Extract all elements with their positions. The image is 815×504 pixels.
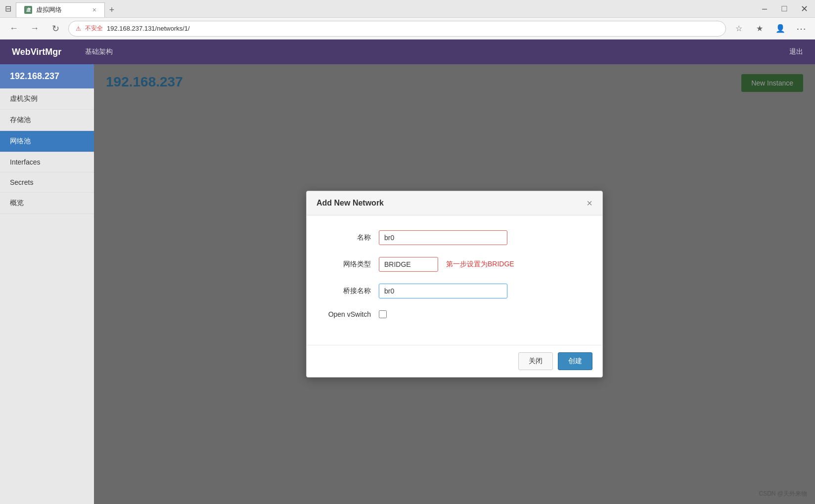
window-controls-left: ⊟	[4, 5, 12, 13]
sidebar: 192.168.237 虚机实例 存储池 网络池 Interfaces Secr…	[0, 64, 94, 504]
toolbar-right: ☆ ★ 👤 ⋯	[731, 21, 809, 37]
modal-close-button[interactable]: ×	[587, 198, 592, 208]
open-vswitch-checkbox-wrap	[379, 310, 387, 318]
browser-window: ⊟ 虚 虚拟网络 × + – □ ✕ ← → ↻ ⚠	[0, 0, 815, 504]
security-icon: ⚠	[76, 25, 81, 32]
new-tab-button[interactable]: +	[105, 3, 119, 17]
active-tab[interactable]: 虚 虚拟网络 ×	[16, 2, 105, 17]
close-modal-button[interactable]: 关闭	[518, 352, 553, 370]
close-button[interactable]: ✕	[797, 2, 811, 16]
account-button[interactable]: 👤	[772, 21, 788, 37]
bridge-name-input[interactable]	[379, 284, 507, 298]
network-type-label: 网络类型	[326, 260, 371, 269]
app-nav: 基础架构	[81, 45, 117, 58]
sidebar-item-secrets[interactable]: Secrets	[0, 172, 94, 193]
sidebar-item-overview[interactable]: 概览	[0, 193, 94, 214]
collections-button[interactable]: ★	[752, 21, 768, 37]
sidebar-item-network-pool[interactable]: 网络池	[0, 131, 94, 152]
header-right: 退出	[789, 47, 803, 56]
app-layout: WebVirtMgr 基础架构 退出 192.168.237 虚机实例 存储池 …	[0, 40, 815, 504]
title-bar: ⊟ 虚 虚拟网络 × + – □ ✕	[0, 0, 815, 18]
tab-favicon: 虚	[24, 6, 32, 14]
favorites-button[interactable]: ☆	[731, 21, 747, 37]
forward-button[interactable]: →	[27, 21, 43, 37]
create-button[interactable]: 创建	[558, 352, 592, 370]
name-input[interactable]	[379, 230, 507, 245]
sidebar-item-storage[interactable]: 存储池	[0, 110, 94, 131]
open-vswitch-checkbox[interactable]	[379, 310, 387, 318]
more-button[interactable]: ⋯	[793, 21, 809, 37]
address-input-wrap[interactable]: ⚠ 不安全 192.168.237.131/networks/1/	[68, 21, 726, 37]
window-controls-right: – □ ✕	[758, 2, 811, 16]
app-brand: WebVirtMgr	[12, 47, 61, 57]
nav-item-infrastructure[interactable]: 基础架构	[81, 45, 117, 58]
sidebar-item-vm-instances[interactable]: 虚机实例	[0, 88, 94, 110]
open-vswitch-label: Open vSwitch	[326, 310, 371, 318]
modal-overlay: Add New Network × 名称	[94, 64, 815, 504]
address-text: 192.168.237.131/networks/1/	[107, 25, 719, 32]
logout-button[interactable]: 退出	[789, 47, 803, 55]
add-network-modal: Add New Network × 名称	[306, 191, 603, 378]
main-area: 192.168.237 New Instance Add New Network…	[94, 64, 815, 504]
tab-title: 虚拟网络	[36, 5, 89, 14]
modal-header: Add New Network ×	[307, 191, 602, 215]
tab-close-button[interactable]: ×	[92, 6, 96, 14]
network-type-field-row: 网络类型 第一步设置为BRIDGE	[326, 257, 583, 272]
sidebar-toggle-button[interactable]: ⊟	[4, 5, 12, 13]
modal-body: 名称 网络类型 第一步设置为BRIDGE 桥接名称	[307, 215, 602, 345]
tab-strip: 虚 虚拟网络 × +	[16, 0, 119, 17]
sidebar-host-header[interactable]: 192.168.237	[0, 64, 94, 88]
modal-footer: 关闭 创建	[307, 345, 602, 377]
sidebar-item-interfaces[interactable]: Interfaces	[0, 152, 94, 172]
network-type-input[interactable]	[379, 257, 438, 272]
name-field-row: 名称	[326, 230, 583, 245]
name-label: 名称	[326, 233, 371, 242]
app-content: 192.168.237 虚机实例 存储池 网络池 Interfaces Secr…	[0, 64, 815, 504]
network-type-hint: 第一步设置为BRIDGE	[446, 260, 514, 269]
refresh-button[interactable]: ↻	[47, 21, 63, 37]
address-bar: ← → ↻ ⚠ 不安全 192.168.237.131/networks/1/ …	[0, 18, 815, 40]
bridge-name-label: 桥接名称	[326, 287, 371, 295]
security-label: 不安全	[85, 24, 103, 33]
bridge-name-field-row: 桥接名称	[326, 284, 583, 298]
open-vswitch-field-row: Open vSwitch	[326, 310, 583, 318]
modal-title: Add New Network	[317, 199, 384, 208]
minimize-button[interactable]: –	[758, 2, 771, 16]
maximize-button[interactable]: □	[777, 2, 791, 16]
title-bar-left: ⊟ 虚 虚拟网络 × +	[4, 0, 119, 17]
app-header: WebVirtMgr 基础架构 退出	[0, 40, 815, 64]
back-button[interactable]: ←	[6, 21, 22, 37]
